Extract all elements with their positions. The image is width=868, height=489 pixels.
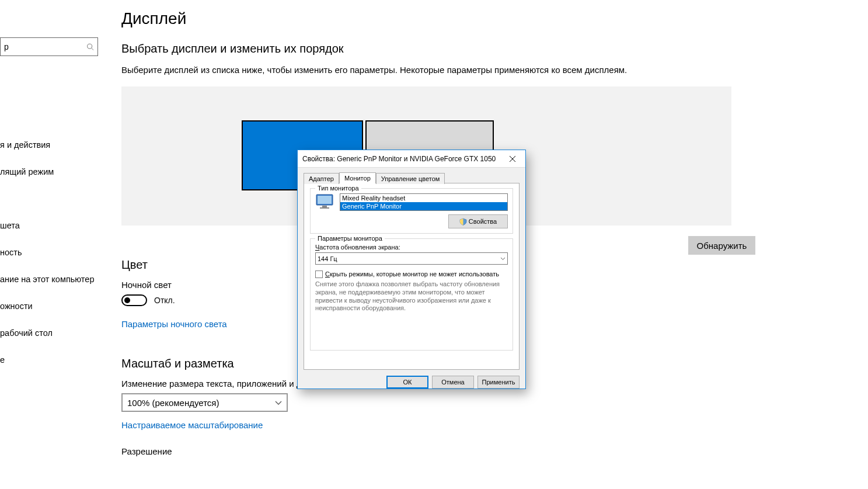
refresh-rate-value: 144 Гц (318, 255, 337, 262)
sidebar-item[interactable]: е (0, 346, 111, 373)
sidebar-item[interactable]: рабочий стол (0, 320, 111, 346)
refresh-rate-select[interactable]: 144 Гц (315, 252, 508, 265)
sidebar-item-label: ание на этот компьютер (0, 275, 94, 284)
sidebar-nav: я и действия лящий режим шета ность ание… (0, 131, 111, 373)
svg-rect-5 (320, 207, 329, 209)
sidebar-item[interactable]: ность (0, 239, 111, 266)
sidebar-item-label: е (0, 355, 5, 365)
sidebar-item[interactable]: шета (0, 212, 111, 239)
monitor-type-fieldset: Тип монитора Mixed Reality headset Gener… (310, 188, 513, 234)
dialog-tabs: Адаптер Монитор Управление цветом (298, 168, 525, 183)
sidebar-item[interactable]: ание на этот компьютер (0, 266, 111, 293)
monitor-settings-fieldset: Параметры монитора ЧЧастота обновления э… (310, 238, 513, 351)
hide-modes-label: Скрыть режимы, которые монитор не может … (325, 270, 499, 278)
ok-button[interactable]: ОК (386, 376, 428, 389)
sidebar-item[interactable]: лящий режим (0, 158, 111, 185)
detect-button[interactable]: Обнаружить (688, 236, 755, 255)
dialog-button-row: ОК Отмена Применить (298, 376, 525, 394)
monitor-properties-dialog: Свойства: Generic PnP Monitor и NVIDIA G… (297, 150, 526, 389)
svg-point-0 (88, 44, 92, 48)
hide-modes-hint: Снятие этого флажка позволяет выбрать ча… (315, 280, 508, 313)
hide-modes-checkbox[interactable] (315, 270, 323, 278)
toggle-state-label: Откл. (154, 296, 175, 305)
select-displays-heading: Выбрать дисплеи и изменить их порядок (121, 42, 856, 56)
scale-dropdown[interactable]: 100% (рекомендуется) (121, 393, 288, 412)
select-displays-description: Выберите дисплей из списка ниже, чтобы и… (121, 65, 856, 75)
dialog-titlebar[interactable]: Свойства: Generic PnP Monitor и NVIDIA G… (298, 150, 525, 168)
sidebar-item-label: ожности (0, 301, 33, 311)
properties-button[interactable]: Свойства (448, 214, 508, 228)
sidebar-item-label: рабочий стол (0, 328, 53, 338)
sidebar-item-label: ность (0, 248, 22, 257)
tab-color-management[interactable]: Управление цветом (376, 173, 445, 184)
custom-scaling-link[interactable]: Настраиваемое масштабирование (121, 420, 263, 430)
monitor-list-item[interactable]: Mixed Reality headset (340, 194, 507, 202)
tab-adapter[interactable]: Адаптер (304, 173, 339, 184)
search-input-container[interactable] (0, 37, 98, 56)
chevron-down-icon (275, 399, 282, 406)
toggle-knob (124, 297, 130, 303)
monitor-settings-legend: Параметры монитора (315, 235, 385, 242)
svg-rect-4 (322, 206, 327, 207)
scale-dropdown-value: 100% (рекомендуется) (127, 398, 219, 408)
svg-rect-3 (318, 196, 332, 204)
night-light-toggle[interactable] (121, 294, 147, 306)
search-input[interactable] (4, 42, 86, 51)
monitor-type-legend: Тип монитора (315, 185, 361, 192)
monitor-list-item-selected[interactable]: Generic PnP Monitor (340, 202, 507, 210)
chevron-down-icon (500, 256, 506, 261)
night-light-settings-link[interactable]: Параметры ночного света (121, 319, 227, 329)
monitor-icon (315, 193, 336, 211)
monitor-list[interactable]: Mixed Reality headset Generic PnP Monito… (340, 193, 508, 211)
sidebar-item-label: я и действия (0, 140, 50, 150)
svg-line-1 (92, 48, 93, 50)
settings-sidebar: я и действия лящий режим шета ность ание… (0, 0, 111, 489)
resolution-label: Разрешение (121, 446, 856, 456)
properties-button-label: Свойства (469, 218, 497, 225)
shield-icon (459, 218, 467, 226)
dialog-title: Свойства: Generic PnP Monitor и NVIDIA G… (302, 155, 496, 163)
tab-monitor[interactable]: Монитор (339, 172, 376, 183)
page-title: Дисплей (121, 9, 856, 28)
search-icon (86, 43, 94, 51)
apply-button[interactable]: Применить (477, 376, 520, 389)
refresh-rate-label: ЧЧастота обновления экрана:астота обновл… (315, 244, 508, 251)
sidebar-item[interactable]: я и действия (0, 131, 111, 158)
close-icon (510, 156, 515, 162)
close-button[interactable] (499, 150, 525, 168)
sidebar-item-label: лящий режим (0, 167, 54, 176)
sidebar-item-label: шета (0, 221, 20, 230)
hide-modes-row: Скрыть режимы, которые монитор не может … (315, 270, 508, 278)
dialog-body: Тип монитора Mixed Reality headset Gener… (304, 183, 520, 370)
sidebar-item[interactable]: ожности (0, 293, 111, 320)
cancel-button[interactable]: Отмена (432, 376, 474, 389)
